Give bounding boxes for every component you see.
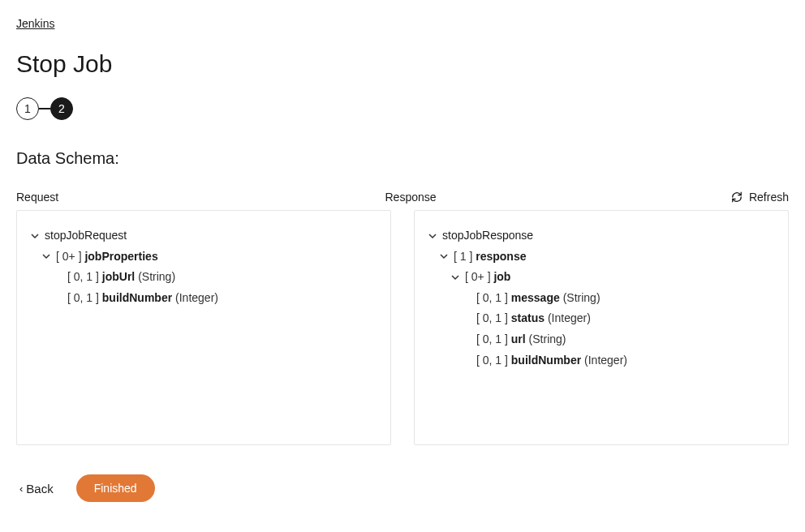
step-2[interactable]: 2 [50, 97, 73, 120]
node-label: [ 1 ] response [454, 249, 527, 265]
node-label: stopJobResponse [442, 228, 533, 244]
refresh-icon [731, 191, 743, 203]
back-button[interactable]: ‹ Back [16, 477, 57, 500]
chevron-down-icon [41, 251, 51, 261]
node-label: stopJobRequest [45, 228, 127, 244]
node-label: [ 0, 1 ] buildNumber (Integer) [476, 353, 627, 369]
node-label: [ 0, 1 ] url (String) [476, 332, 566, 348]
tree-node[interactable]: [ 1 ] response [439, 247, 775, 268]
response-label: Response [385, 191, 730, 204]
chevron-left-icon: ‹ [19, 483, 23, 494]
request-panel: stopJobRequest [ 0+ ] jobProperties [16, 210, 391, 445]
step-connector [39, 108, 50, 109]
response-panel: stopJobResponse [ 1 ] response [414, 210, 789, 445]
stepper: 1 2 [16, 97, 789, 120]
request-label: Request [16, 191, 362, 204]
node-label: [ 0, 1 ] status (Integer) [476, 311, 591, 327]
node-label: [ 0+ ] job [465, 269, 510, 285]
refresh-button[interactable]: Refresh [731, 191, 789, 204]
finished-button[interactable]: Finished [76, 474, 155, 502]
tree-node[interactable]: [ 0, 1 ] buildNumber (Integer) [53, 288, 377, 309]
node-label: [ 0+ ] jobProperties [56, 249, 158, 265]
back-label: Back [26, 482, 53, 496]
tree-node-root[interactable]: stopJobRequest [30, 225, 377, 247]
tree-node[interactable]: [ 0+ ] job [450, 267, 775, 288]
node-label: [ 0, 1 ] jobUrl (String) [67, 269, 175, 285]
tree-node[interactable]: [ 0, 1 ] message (String) [462, 288, 775, 309]
step-1[interactable]: 1 [16, 97, 39, 120]
node-label: [ 0, 1 ] buildNumber (Integer) [67, 290, 218, 307]
tree-node[interactable]: [ 0+ ] jobProperties [41, 247, 377, 268]
tree-node[interactable]: [ 0, 1 ] status (Integer) [462, 308, 775, 329]
chevron-down-icon [30, 231, 40, 241]
chevron-down-icon [439, 251, 449, 261]
tree-node[interactable]: [ 0, 1 ] buildNumber (Integer) [462, 350, 775, 371]
tree-node[interactable]: [ 0, 1 ] jobUrl (String) [53, 267, 377, 288]
tree-node-root[interactable]: stopJobResponse [428, 225, 775, 247]
refresh-label: Refresh [749, 191, 789, 204]
node-label: [ 0, 1 ] message (String) [476, 290, 601, 307]
chevron-down-icon [428, 231, 437, 241]
tree-node[interactable]: [ 0, 1 ] url (String) [462, 329, 775, 350]
page-title: Stop Job [16, 50, 789, 78]
section-title: Data Schema: [16, 149, 789, 168]
chevron-down-icon [450, 272, 460, 282]
breadcrumb-jenkins[interactable]: Jenkins [16, 17, 54, 30]
